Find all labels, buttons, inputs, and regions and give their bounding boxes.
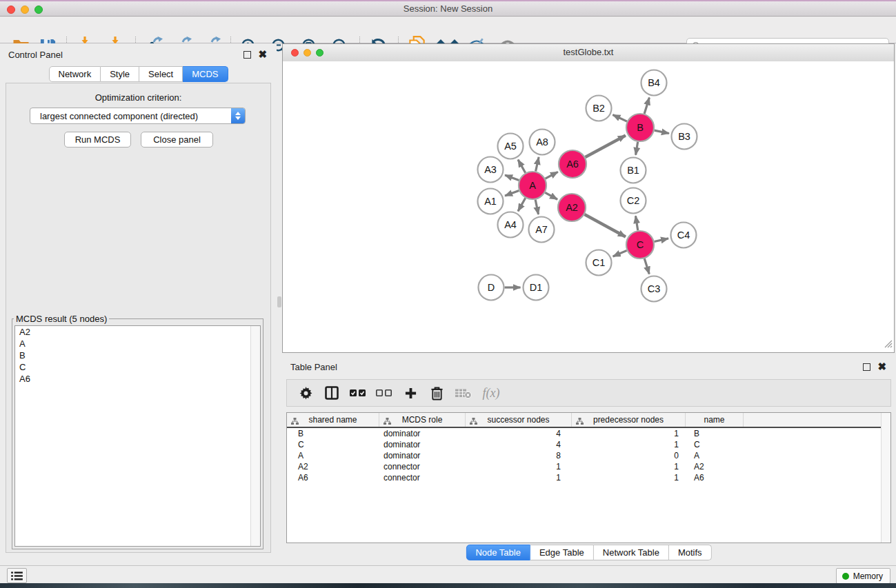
table-cell[interactable]: 8: [466, 451, 572, 460]
column-header-name[interactable]: name: [686, 413, 744, 427]
graph-node-C2[interactable]: C2: [621, 188, 646, 214]
column-header-MCDS-role[interactable]: MCDS role: [379, 413, 466, 427]
table-cell[interactable]: dominator: [379, 440, 466, 449]
graph-node-A8[interactable]: A8: [530, 130, 555, 155]
table-cell[interactable]: C: [287, 440, 379, 449]
tab-style[interactable]: Style: [101, 66, 139, 82]
graph-node-A[interactable]: A: [519, 172, 546, 199]
table-cell[interactable]: dominator: [379, 429, 466, 438]
close-panel-button[interactable]: Close panel: [141, 132, 213, 148]
table-cell[interactable]: A2: [686, 462, 744, 472]
mcds-result-item[interactable]: A6: [15, 373, 260, 385]
graph-edge-A-A4[interactable]: [518, 198, 526, 211]
graph-edge-B-B3[interactable]: [655, 130, 669, 133]
graph-edge-B-B4[interactable]: [644, 98, 649, 114]
resize-grip-icon[interactable]: [883, 338, 893, 351]
criterion-select[interactable]: largest connected component (directed): [30, 108, 246, 124]
run-mcds-button[interactable]: Run MCDS: [64, 132, 131, 148]
graph-node-A4[interactable]: A4: [498, 212, 524, 238]
table-cell[interactable]: 1: [466, 462, 572, 472]
float-panel-icon[interactable]: [243, 51, 251, 59]
graph-node-B3[interactable]: B3: [672, 124, 697, 150]
graph-edge-C-C2[interactable]: [635, 216, 637, 230]
window-titlebar[interactable]: Session: New Session: [0, 0, 896, 17]
graph-node-A7[interactable]: A7: [529, 217, 555, 243]
graph-edge-A-A8[interactable]: [536, 157, 539, 172]
graph-node-D1[interactable]: D1: [524, 275, 549, 301]
table-cell[interactable]: B: [686, 429, 744, 438]
graph-node-A3[interactable]: A3: [478, 157, 504, 183]
add-column-icon[interactable]: [397, 380, 424, 406]
table-row[interactable]: Adominator80A: [287, 450, 890, 461]
deselect-all-icon[interactable]: [371, 380, 397, 406]
mcds-result-item[interactable]: A: [15, 338, 260, 349]
table-cell[interactable]: A: [287, 451, 379, 460]
table-cell[interactable]: dominator: [379, 451, 466, 460]
table-cell[interactable]: A2: [287, 462, 379, 472]
network-window-titlebar[interactable]: testGlobe.txt: [283, 44, 894, 62]
table-cell[interactable]: connector: [379, 473, 466, 483]
graph-edge-A-A2[interactable]: [545, 192, 557, 199]
table-row[interactable]: A2connector11A2: [287, 461, 890, 472]
float-table-panel-icon[interactable]: [863, 363, 870, 371]
tab-node-table[interactable]: Node Table: [466, 545, 530, 560]
graph-node-A5[interactable]: A5: [498, 134, 524, 159]
network-canvas[interactable]: B4B2BB3A8A5A6A3B1AC2A1A2A4A7C4CC1C3DD1: [283, 61, 894, 352]
table-cell[interactable]: 1: [572, 473, 686, 483]
graph-edge-B-B1[interactable]: [636, 142, 638, 155]
mcds-result-list[interactable]: A2ABCA6: [14, 325, 261, 547]
table-cell[interactable]: A6: [287, 473, 379, 483]
function-builder-icon[interactable]: f(x): [476, 380, 506, 406]
graph-edge-A-A7[interactable]: [535, 200, 538, 214]
graph-edge-C-C4[interactable]: [654, 239, 668, 242]
graph-node-C1[interactable]: C1: [586, 250, 612, 276]
graph-node-B[interactable]: B: [626, 114, 654, 141]
column-header-successor-nodes[interactable]: successor nodes: [466, 413, 572, 427]
table-cell[interactable]: A6: [686, 473, 744, 483]
table-row[interactable]: Cdominator41C: [287, 439, 890, 450]
table-cell[interactable]: A: [686, 451, 744, 460]
graph-edge-A-A3[interactable]: [505, 175, 519, 181]
graph-edge-A6-B[interactable]: [585, 135, 625, 157]
graph-edge-C-C1[interactable]: [613, 250, 627, 256]
graph-node-C[interactable]: C: [626, 231, 654, 258]
graph-node-A1[interactable]: A1: [478, 189, 504, 214]
table-scrollbar[interactable]: [881, 413, 890, 543]
graph-edge-A2-C[interactable]: [584, 214, 625, 236]
delete-column-icon[interactable]: [424, 380, 450, 406]
tab-motifs[interactable]: Motifs: [669, 545, 712, 560]
select-all-icon[interactable]: [345, 380, 371, 406]
graph-node-A6[interactable]: A6: [559, 150, 586, 178]
graph-node-B4[interactable]: B4: [641, 70, 667, 96]
tab-network-table[interactable]: Network Table: [594, 545, 669, 560]
mcds-result-item[interactable]: C: [15, 361, 260, 373]
graph-node-A2[interactable]: A2: [558, 194, 586, 221]
graph-edge-B-B2[interactable]: [613, 115, 627, 122]
table-settings-icon[interactable]: [292, 380, 319, 406]
graph-edge-A-A1[interactable]: [505, 190, 519, 196]
graph-node-B2[interactable]: B2: [586, 96, 612, 121]
tab-mcds[interactable]: MCDS: [183, 66, 228, 82]
graph-edge-C-C3[interactable]: [644, 258, 649, 274]
close-table-panel-icon[interactable]: ✖: [877, 363, 886, 371]
column-header-predecessor-nodes[interactable]: predecessor nodes: [572, 413, 686, 427]
mcds-result-item[interactable]: A2: [15, 326, 260, 338]
close-panel-icon[interactable]: ✖: [258, 50, 267, 59]
table-cell[interactable]: C: [686, 440, 744, 449]
table-cell[interactable]: 1: [572, 462, 686, 472]
vertical-splitter-handle[interactable]: [277, 296, 281, 307]
table-cell[interactable]: 1: [572, 429, 686, 438]
graph-node-D[interactable]: D: [479, 275, 504, 301]
table-cell[interactable]: 1: [466, 473, 572, 483]
mcds-result-item[interactable]: B: [15, 349, 260, 361]
delete-table-icon[interactable]: [450, 380, 476, 406]
tab-network[interactable]: Network: [48, 66, 101, 82]
table-cell[interactable]: connector: [379, 462, 466, 472]
tab-edge-table[interactable]: Edge Table: [530, 545, 594, 560]
table-cell[interactable]: 1: [572, 440, 686, 449]
table-cell[interactable]: 4: [466, 429, 572, 438]
column-header-shared-name[interactable]: shared name: [287, 413, 379, 427]
graph-node-C4[interactable]: C4: [671, 223, 697, 248]
graph-edge-A-A6[interactable]: [546, 172, 558, 179]
show-column-icon[interactable]: [319, 380, 345, 406]
